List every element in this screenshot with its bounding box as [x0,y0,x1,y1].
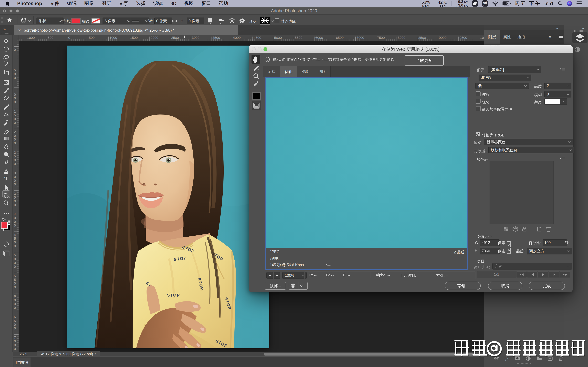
svg-text:STOP: STOP [167,293,180,297]
svg-text:T: T [4,175,8,181]
